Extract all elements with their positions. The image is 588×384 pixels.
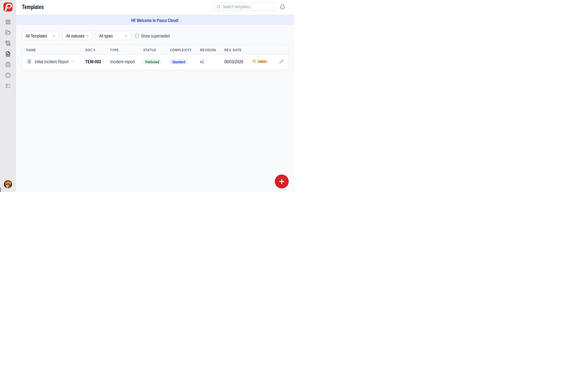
svg-text:P: P — [6, 181, 7, 183]
